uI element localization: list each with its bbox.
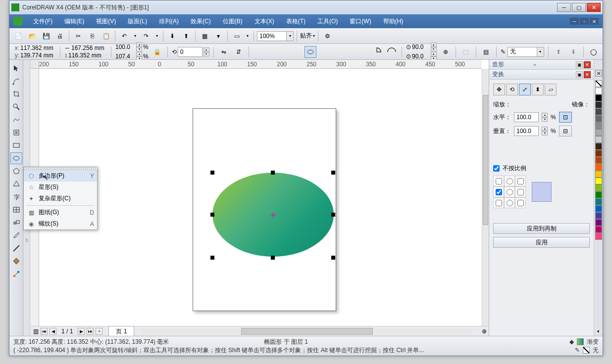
flyout-polygon[interactable]: ⬠ 多边形(P) Y	[24, 170, 97, 182]
flyout-graph-paper[interactable]: ▦ 图纸(G) D	[24, 207, 97, 218]
selection-handle[interactable]	[271, 256, 275, 260]
undo-icon[interactable]: ↶	[118, 30, 130, 42]
color-swatch[interactable]	[595, 233, 602, 240]
menu-help[interactable]: 帮助(H)	[378, 15, 408, 28]
color-swatch[interactable]	[595, 226, 602, 233]
open-icon[interactable]: 📂	[26, 30, 38, 42]
nonprop-checkbox[interactable]	[493, 165, 500, 172]
text-tool[interactable]: 字	[10, 191, 22, 203]
settings-icon[interactable]: ⚙	[321, 30, 333, 42]
palette-close-icon[interactable]: ✕	[595, 70, 602, 77]
doc-close-button[interactable]: ✕	[590, 18, 599, 25]
ungroup-icon[interactable]: ⬚	[460, 46, 472, 58]
start-angle[interactable]: 90.0	[412, 44, 430, 50]
menu-tools[interactable]: 工具(O)	[312, 15, 343, 28]
undo-dropdown-icon[interactable]: ▾	[132, 30, 138, 42]
crop-tool[interactable]	[10, 88, 22, 100]
mirror-v-button[interactable]: ⊟	[559, 126, 572, 136]
width-input[interactable]: 167.256 mm	[71, 45, 107, 51]
apply-button[interactable]: 应用	[493, 237, 590, 248]
new-icon[interactable]: 📄	[12, 30, 24, 42]
next-page-button[interactable]: ▶	[78, 328, 85, 335]
no-fill-swatch[interactable]	[595, 80, 602, 87]
welcome-icon[interactable]: ▾	[212, 30, 224, 42]
first-page-button[interactable]: ⏮	[41, 328, 48, 335]
interactive-tool[interactable]	[10, 217, 22, 228]
skew-tab[interactable]: ▱	[545, 84, 557, 95]
ellipse-mode-icon[interactable]	[305, 46, 316, 58]
color-swatch[interactable]	[595, 219, 602, 226]
horizontal-ruler[interactable]: 2001501005005010015020025030035040045050…	[39, 60, 482, 69]
scale-h-spinner[interactable]: ▴▾	[542, 113, 548, 122]
menu-layout[interactable]: 版面(L)	[123, 15, 152, 28]
selection-handle[interactable]	[271, 171, 275, 175]
pie-mode-icon[interactable]	[371, 46, 383, 58]
selection-handle[interactable]	[210, 171, 214, 175]
selection-handle[interactable]	[210, 213, 214, 217]
color-swatch[interactable]	[595, 178, 602, 184]
to-back-icon[interactable]: ⬇	[567, 46, 579, 58]
maximize-button[interactable]: ▢	[572, 3, 586, 12]
ellipse-tool[interactable]	[10, 152, 22, 164]
color-swatch[interactable]	[595, 212, 602, 219]
mirror-h-button[interactable]: ⊡	[559, 112, 572, 123]
anchor-grid[interactable]	[493, 176, 526, 208]
color-swatch[interactable]	[595, 205, 602, 212]
close-button[interactable]: ✕	[587, 3, 601, 12]
app-launcher-icon[interactable]: ▦	[199, 30, 210, 42]
color-swatch[interactable]	[595, 143, 602, 150]
fill-indicator-icon[interactable]: ◆	[569, 338, 574, 345]
arc-mode-icon[interactable]	[386, 46, 398, 58]
outline-width-combo[interactable]: ▾	[508, 47, 544, 57]
scale-h-input[interactable]	[514, 112, 539, 122]
color-swatch[interactable]	[595, 88, 602, 94]
menu-edit[interactable]: 编辑(E)	[59, 15, 89, 28]
zoom-combo[interactable]: ▾	[257, 31, 294, 41]
dock-button[interactable]: ▣	[576, 61, 583, 68]
dock-button[interactable]: ▣	[576, 71, 583, 78]
options-icon[interactable]: ▭	[231, 30, 243, 42]
scale-y-input[interactable]: 107.4	[115, 53, 135, 60]
save-icon[interactable]: 💾	[40, 30, 52, 42]
selection-handle[interactable]	[331, 171, 335, 175]
color-swatch[interactable]	[595, 157, 602, 164]
color-swatch[interactable]	[595, 171, 602, 178]
print-icon[interactable]: 🖨	[54, 30, 66, 42]
mirror-h-icon[interactable]: ⇋	[218, 46, 230, 58]
mirror-v-icon[interactable]: ⇵	[233, 46, 245, 58]
drawing-area[interactable]: 2001501005005010015020025030035040045050…	[30, 60, 489, 336]
size-tab[interactable]: ⬍	[532, 84, 544, 95]
minimize-button[interactable]: ─	[557, 3, 571, 12]
color-swatch[interactable]	[595, 115, 602, 122]
fill-tool[interactable]	[10, 255, 22, 267]
position-tab[interactable]: ✥	[493, 84, 505, 95]
color-swatch[interactable]	[595, 136, 602, 143]
color-swatch[interactable]	[595, 108, 602, 115]
scale-v-input[interactable]	[514, 126, 539, 136]
color-swatch[interactable]	[595, 198, 602, 205]
x-position[interactable]: 117.362 mm	[20, 45, 56, 51]
transform-docker-title[interactable]: 变换 ▣ ✕	[489, 70, 594, 80]
options-dropdown-icon[interactable]: ▾	[245, 30, 251, 42]
color-swatch[interactable]	[595, 164, 602, 171]
page-tab-1[interactable]: 页 1	[108, 326, 134, 336]
menu-arrange[interactable]: 排列(A)	[154, 15, 184, 28]
flyout-spiral[interactable]: ◉ 螺纹(S) A	[24, 218, 97, 229]
docker-close-button[interactable]: ✕	[584, 61, 591, 68]
add-page-button[interactable]: +	[96, 328, 102, 335]
lock-ratio-icon[interactable]: 🔒	[152, 46, 163, 58]
flyout-star[interactable]: ☆ 星形(S)	[24, 182, 97, 193]
redo-icon[interactable]: ↷	[140, 30, 152, 42]
y-position[interactable]: 139.774 mm	[20, 52, 56, 59]
end-angle[interactable]: 90.0	[412, 53, 430, 60]
cut-icon[interactable]: ✂	[72, 30, 84, 42]
center-marker[interactable]	[272, 214, 275, 217]
pick-tool[interactable]	[10, 62, 22, 74]
apply-duplicate-button[interactable]: 应用到再制	[493, 223, 590, 234]
color-swatch[interactable]	[595, 129, 602, 136]
interactive-fill-tool[interactable]	[10, 268, 22, 280]
selection-handle[interactable]	[331, 256, 335, 260]
flyout-complex-star[interactable]: ✦ 复杂星形(C)	[24, 193, 97, 204]
height-input[interactable]: 116.352 mm	[68, 52, 104, 59]
color-swatch[interactable]	[595, 122, 602, 129]
